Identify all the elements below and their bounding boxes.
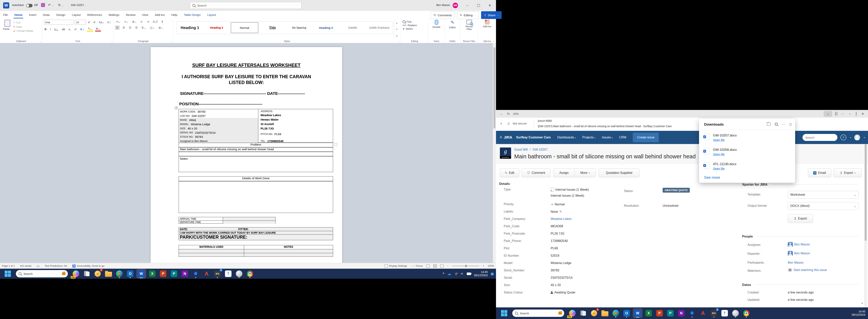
line-spacing-icon[interactable]: ⇅⌄ (141, 26, 147, 30)
downloads-button[interactable]: ↓ (824, 111, 832, 117)
battery-icon[interactable] (467, 273, 471, 275)
a-app-icon[interactable]: A (202, 269, 211, 278)
jira-search-box[interactable]: Search (803, 134, 837, 141)
focus-mode[interactable]: ⌍⌎Focus (410, 264, 423, 267)
file-explorer-icon[interactable] (600, 309, 609, 318)
xporter-export-button[interactable]: ↧Export (788, 214, 813, 223)
comments-button[interactable]: 🗨Comments (431, 11, 455, 19)
comment-button[interactable]: 🗨Comment (522, 168, 551, 177)
browser-close-icon[interactable]: ✕ (861, 112, 864, 116)
highlight-icon[interactable]: ✎⌄ (87, 27, 93, 32)
zoom-slider[interactable] (452, 266, 479, 266)
style-emph[interactable]: Subtle Emphasis (366, 22, 393, 34)
download-item[interactable]: ATL-11130.docxOpen file (704, 162, 737, 170)
outlook-icon[interactable]: O (126, 269, 135, 278)
tab-design[interactable]: Design (56, 13, 65, 16)
word-scrollbar[interactable] (493, 43, 496, 263)
chrome-icon[interactable] (742, 309, 751, 318)
powerpoint-icon[interactable]: P (159, 269, 167, 278)
problem-empty-row[interactable] (179, 152, 333, 156)
publisher-icon[interactable]: P (169, 269, 179, 278)
user-avatar-icon[interactable] (854, 135, 860, 140)
onedrive-icon[interactable]: ☁ (447, 271, 451, 276)
widgets-icon[interactable] (82, 269, 91, 278)
italic-icon[interactable]: I (49, 27, 52, 31)
start-watching-link[interactable]: Start watching this issue (794, 268, 827, 272)
not-secure-label[interactable]: Not secure (513, 122, 527, 125)
departure-value-cell[interactable] (223, 221, 275, 224)
reuse-files-button[interactable]: Reuse Files (462, 20, 476, 31)
browser-refresh-icon[interactable]: ↻ (507, 112, 510, 116)
circle-app-icon[interactable] (235, 269, 244, 278)
tab-layout[interactable]: Layout (72, 13, 81, 16)
pin-downloads-icon[interactable] (789, 122, 792, 126)
editor-button[interactable]: ✎ Editor (446, 20, 459, 29)
tray-chevron-icon[interactable]: ^ (443, 272, 444, 275)
export-menu-button[interactable]: ↧Export▾ (834, 168, 862, 177)
output-format-select[interactable]: DOCX (Word)⌄ (788, 202, 859, 210)
word-icon[interactable]: W (633, 309, 642, 318)
style-h3[interactable]: Heading 3 (312, 22, 339, 34)
more-button[interactable]: More▾ (575, 168, 596, 177)
browser-restore-icon[interactable] (856, 112, 857, 116)
nav-dashboards[interactable]: Dashboards▾ (557, 136, 576, 139)
breadcrumb-key[interactable]: GW-10257 (533, 148, 548, 151)
breadcrumb-project[interactable]: Good Will (514, 148, 528, 151)
change-case-icon[interactable]: Aa⌄ (98, 20, 105, 24)
styles-gallery-arrows[interactable]: ▲▼☰ (394, 20, 399, 39)
a-app-icon[interactable]: A (699, 309, 707, 318)
reporter-value[interactable]: Ben Mason (788, 251, 810, 256)
assign-button[interactable]: Assign (553, 168, 575, 177)
tab-help[interactable]: Help (171, 13, 177, 16)
bullets-icon[interactable]: ⁝≡⌄ (115, 20, 121, 24)
tab-table-design[interactable]: Table Design (184, 13, 201, 16)
borders-icon[interactable]: ⊞⌄ (158, 26, 164, 30)
chrome-icon[interactable] (246, 269, 254, 278)
volume-icon[interactable] (461, 273, 464, 275)
start-button[interactable] (500, 309, 508, 318)
watchers-value[interactable]: 0Start watching this issue (788, 268, 827, 272)
minimize-button[interactable]: – (463, 2, 472, 9)
problem-text-row[interactable]: Main bathroom - small bit of silicone mi… (179, 147, 333, 152)
browser-back-icon[interactable]: ← (500, 112, 503, 116)
web-layout-icon[interactable] (440, 264, 444, 268)
tab-review[interactable]: Review (126, 13, 135, 16)
onenote-icon[interactable]: N (180, 269, 189, 278)
jira-logo-icon[interactable]: ✧ (499, 135, 503, 140)
help-icon[interactable]: ? (840, 135, 846, 140)
paragraph-dialog-launcher[interactable]: ⌞ (171, 40, 172, 42)
downloads-more-icon[interactable]: ⋯ (782, 122, 785, 126)
teams-icon[interactable]: T (720, 309, 729, 318)
zoom-out-icon[interactable]: − (447, 264, 449, 267)
increase-indent-icon[interactable]: ⇥ (146, 20, 150, 24)
decrease-indent-icon[interactable]: ⇤ (140, 20, 144, 24)
cut-button[interactable]: ✂Cut (13, 21, 33, 24)
outlook-icon[interactable]: O (622, 309, 631, 318)
open-file-link[interactable]: Open file (713, 152, 737, 156)
word-icon[interactable]: W (136, 269, 146, 278)
tab-draw[interactable]: Draw (43, 13, 50, 16)
format-painter-button[interactable]: 🖌Format Painter (13, 29, 33, 32)
save-icon[interactable] (41, 3, 45, 7)
materials-table[interactable]: MATERIALS USED NOTES (179, 245, 333, 257)
numbering-icon[interactable]: ≡⌄ (124, 20, 129, 24)
rewards-icon[interactable]: ★1 (590, 309, 598, 318)
close-info-icon[interactable]: × (500, 122, 502, 126)
page-indicator[interactable]: Page 1 of 1 (2, 264, 15, 267)
edit-button[interactable]: ✎Edit (500, 168, 519, 177)
multilevel-icon[interactable]: ≣⌄ (131, 20, 137, 24)
align-left-icon[interactable]: ☰ (115, 26, 120, 30)
paste-button[interactable]: Paste ⌄ (2, 20, 13, 33)
open-downloads-folder-icon[interactable] (767, 123, 771, 126)
see-more-link[interactable]: See more (704, 175, 720, 180)
font-name-combo[interactable]: Arial⌄ (44, 20, 74, 25)
document-title[interactable]: GW-10257 ⌄ (71, 3, 86, 7)
jira-site-name[interactable]: Surfbay Customer Care (516, 136, 551, 139)
autosave-toggle[interactable] (26, 4, 33, 7)
rewards-icon[interactable]: ★1 (93, 269, 102, 278)
font-dialog-launcher[interactable]: ⌞ (112, 40, 113, 42)
start-button[interactable] (3, 269, 12, 278)
table-move-handle[interactable]: ✥ (175, 106, 178, 110)
nav-crm[interactable]: CRM (619, 136, 626, 139)
style-normal[interactable]: Normal (231, 22, 258, 33)
